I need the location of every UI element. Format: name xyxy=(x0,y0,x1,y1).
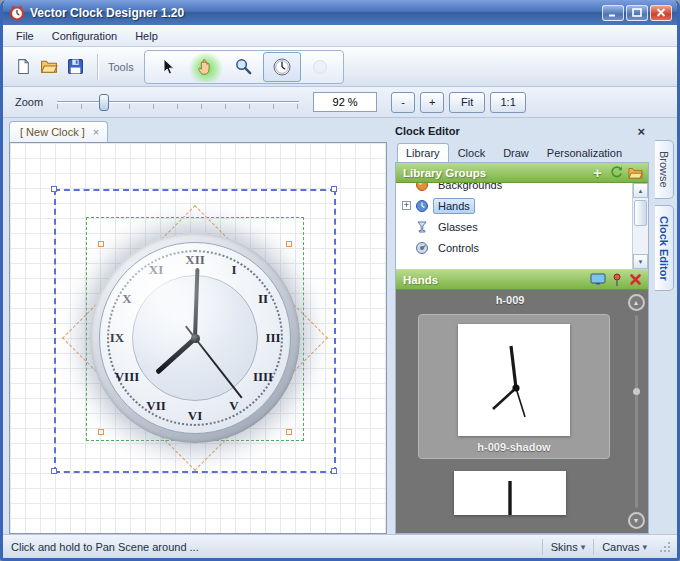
clock-tool-button[interactable] xyxy=(263,52,301,82)
toolbar-separator xyxy=(97,54,98,80)
hands-list-scrollbar[interactable]: ▲ ▼ xyxy=(626,294,646,529)
zoom-out-button[interactable]: - xyxy=(391,92,415,113)
scroll-up-icon[interactable]: ▲ xyxy=(633,183,648,198)
selection-handle[interactable] xyxy=(51,186,57,192)
zoom-label: Zoom xyxy=(15,96,43,108)
zoom-tool-button[interactable] xyxy=(225,52,263,82)
document-tab[interactable]: [ New Clock ] × xyxy=(9,121,108,142)
menu-help[interactable]: Help xyxy=(126,27,167,45)
scroll-down-icon[interactable]: ▼ xyxy=(628,512,645,529)
zoom-tool-icon xyxy=(234,57,253,76)
delete-icon[interactable] xyxy=(627,272,644,288)
open-folder-icon xyxy=(40,58,58,75)
open-button[interactable] xyxy=(37,55,61,79)
dock-tab-strip: Browse Clock Editor xyxy=(651,118,677,534)
new-document-icon xyxy=(15,58,32,75)
tools-label: Tools xyxy=(108,61,134,73)
clock-editor-title: Clock Editor xyxy=(395,125,633,137)
main-toolbar: Tools xyxy=(3,47,677,87)
tree-item-hands[interactable]: + Hands xyxy=(396,195,632,216)
refresh-icon[interactable] xyxy=(608,165,625,181)
tree-scroll-thumb[interactable] xyxy=(634,200,647,226)
save-button[interactable] xyxy=(63,55,87,79)
clock-numeral: IIII xyxy=(253,369,273,385)
tree-scrollbar[interactable]: ▲ ▼ xyxy=(632,183,648,269)
tab-library[interactable]: Library xyxy=(397,143,449,162)
add-group-icon[interactable]: + xyxy=(589,165,606,181)
zoom-bar: Zoom - + Fit 1:1 xyxy=(3,87,677,118)
document-tab-label: [ New Clock ] xyxy=(20,126,85,138)
zoom-one-to-one-button[interactable]: 1:1 xyxy=(490,92,526,113)
zoom-fit-button[interactable]: Fit xyxy=(449,92,485,113)
menu-file[interactable]: File xyxy=(7,27,43,45)
zoom-slider-ticks xyxy=(57,104,299,109)
clock-editor-panel: Clock Editor × Library Clock Draw Person… xyxy=(389,118,651,534)
document-tab-close-icon[interactable]: × xyxy=(93,127,99,138)
status-message: Click and hold to Pan Scene around ... xyxy=(11,541,542,553)
clock-tool-icon xyxy=(272,57,292,77)
clock-center-hub xyxy=(191,334,200,343)
pan-tool-button[interactable] xyxy=(187,52,225,82)
open-library-folder-icon[interactable] xyxy=(627,165,644,181)
design-canvas[interactable]: XII I II III IIII V VI VII VIII IX X XI xyxy=(9,142,387,534)
extra-tool-button xyxy=(301,52,339,82)
hand-item-selected[interactable]: h-009-shadow xyxy=(418,314,610,459)
hands-section-title: Hands xyxy=(403,274,587,286)
expander-icon[interactable]: + xyxy=(402,201,411,210)
main-area: [ New Clock ] × xyxy=(3,118,677,534)
hands-section-header: Hands xyxy=(396,270,648,290)
clock-numeral: X xyxy=(122,291,131,307)
scroll-up-icon[interactable]: ▲ xyxy=(628,294,645,311)
menu-bar: File Configuration Help xyxy=(3,25,677,47)
menu-configuration[interactable]: Configuration xyxy=(43,27,126,45)
clock-numeral: III xyxy=(265,330,280,346)
hand-thumbnail-partial[interactable] xyxy=(454,471,566,515)
selection-handle[interactable] xyxy=(331,186,337,192)
library-groups-title: Library Groups xyxy=(403,167,587,179)
clock-numeral: II xyxy=(258,291,268,307)
skins-menu-button[interactable]: Skins ▾ xyxy=(542,539,593,555)
hand-item-label[interactable]: h-009 xyxy=(396,290,624,306)
document-tabstrip: [ New Clock ] × xyxy=(9,120,387,142)
tab-personalization[interactable]: Personalization xyxy=(538,143,631,162)
side-tab-browse[interactable]: Browse xyxy=(655,140,674,199)
disabled-tool-icon xyxy=(312,59,328,75)
clock-numeral: VII xyxy=(146,398,166,414)
select-tool-button[interactable] xyxy=(149,52,187,82)
library-groups-tree: Backgrounds + Hands Glasses xyxy=(396,183,648,270)
scroll-down-icon[interactable]: ▼ xyxy=(633,254,648,269)
panel-close-icon[interactable]: × xyxy=(633,125,649,138)
editor-tabstrip: Library Clock Draw Personalization xyxy=(395,141,649,162)
zoom-value-field[interactable] xyxy=(313,92,377,112)
preview-monitor-icon[interactable] xyxy=(589,272,606,288)
new-document-button[interactable] xyxy=(11,55,35,79)
hands-list-panel: h-009 h-009-shadow xyxy=(396,290,648,533)
zoom-slider-handle[interactable] xyxy=(99,94,109,111)
selection-handle[interactable] xyxy=(331,468,337,474)
minimize-button[interactable] xyxy=(602,5,624,21)
clock-object[interactable]: XII I II III IIII V VI VII VIII IX X XI xyxy=(90,233,300,443)
canvas-pane: [ New Clock ] × xyxy=(3,118,389,534)
cursor-icon xyxy=(159,58,177,76)
tree-item-glasses[interactable]: Glasses xyxy=(396,216,632,237)
tree-item-controls[interactable]: Controls xyxy=(396,237,632,258)
selection-handle[interactable] xyxy=(51,468,57,474)
clock-numeral: IX xyxy=(110,330,124,346)
side-tab-clock-editor[interactable]: Clock Editor xyxy=(655,205,674,292)
hands-scroll-thumb[interactable] xyxy=(633,388,640,395)
hand-thumbnail[interactable] xyxy=(458,324,570,436)
zoom-slider-track[interactable] xyxy=(57,101,299,103)
canvas-menu-button[interactable]: Canvas ▾ xyxy=(593,539,655,555)
close-button[interactable] xyxy=(650,5,672,21)
resize-grip[interactable] xyxy=(659,541,671,553)
tree-item-backgrounds[interactable]: Backgrounds xyxy=(396,183,632,195)
tab-draw[interactable]: Draw xyxy=(494,143,538,162)
tab-clock[interactable]: Clock xyxy=(449,143,495,162)
pin-icon[interactable] xyxy=(608,272,625,288)
glasses-icon xyxy=(415,220,429,234)
canvas-label: Canvas xyxy=(602,541,639,553)
zoom-in-button[interactable]: + xyxy=(420,92,444,113)
zoom-slider[interactable] xyxy=(57,93,299,111)
clock-editor-header: Clock Editor × xyxy=(395,121,649,141)
maximize-button[interactable] xyxy=(626,5,648,21)
